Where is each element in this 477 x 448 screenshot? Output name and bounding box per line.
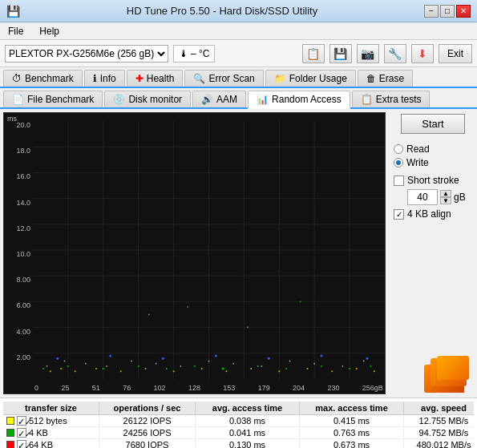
svg-point-37: [166, 368, 168, 369]
maximize-button[interactable]: □: [440, 5, 455, 18]
options-group: Short stroke ▲ ▼ gB 4 KB align: [394, 175, 472, 220]
svg-point-48: [215, 355, 217, 357]
tab-health[interactable]: ✚ Health: [127, 70, 184, 87]
svg-point-20: [75, 370, 76, 372]
info-icon: ℹ: [93, 73, 97, 84]
x-label-7: 179: [258, 384, 270, 392]
x-label-5: 128: [188, 384, 200, 392]
row-check-1[interactable]: ✓: [17, 428, 26, 438]
svg-point-27: [250, 368, 252, 369]
tab-random-access[interactable]: 📊 Random Access: [248, 91, 350, 109]
x-axis: 0 25 51 76 102 128 153 179 204 230 256gB: [33, 384, 385, 392]
toolbar-btn-4[interactable]: 🔧: [384, 44, 406, 63]
cell-max-access-0: 0.415 ms: [300, 415, 404, 426]
tab-disk-monitor[interactable]: 💿 Disk monitor: [104, 91, 191, 107]
start-button[interactable]: Start: [401, 114, 465, 134]
align-checkbox[interactable]: [394, 209, 404, 220]
cell-max-access-1: 0.763 ms: [300, 427, 404, 438]
y-label-3: 14.0: [4, 199, 33, 207]
temp-display: 🌡 – °C: [173, 45, 215, 63]
menu-bar: File Help: [0, 22, 477, 40]
tab-info[interactable]: ℹ Info: [84, 70, 125, 87]
y-label-4: 12.0: [4, 224, 33, 232]
y-axis: 20.0 18.0 16.0 14.0 12.0 10.0 8.00 6.00 …: [4, 121, 33, 379]
main-content: ms 20.0 18.0 16.0 14.0 12.0 10.0 8.00 6.…: [0, 109, 477, 398]
table-body: ✓ 512 bytes 26122 IOPS 0.038 ms 0.415 ms…: [3, 415, 474, 448]
cell-label-2: ✓ 64 KB: [3, 439, 99, 448]
row-check-2[interactable]: ✓: [17, 440, 26, 448]
toolbar-btn-1[interactable]: 📋: [302, 44, 325, 63]
menu-file[interactable]: File: [3, 25, 28, 38]
x-label-0: 0: [34, 384, 38, 392]
tab-error-scan[interactable]: 🔍 Error Scan: [184, 70, 263, 87]
svg-point-50: [320, 355, 322, 357]
erase-icon: 🗑: [366, 73, 376, 84]
svg-point-38: [194, 365, 196, 367]
data-table: transfer size operations / sec avg. acce…: [0, 398, 477, 448]
close-button[interactable]: ✕: [456, 5, 471, 18]
svg-point-59: [208, 360, 210, 361]
chart-svg: [33, 121, 385, 379]
y-label-6: 8.00: [4, 276, 33, 284]
tab-erase[interactable]: 🗑 Erase: [358, 70, 413, 87]
exit-button[interactable]: Exit: [439, 44, 472, 63]
tab-folder-usage[interactable]: 📁 Folder Usage: [265, 70, 356, 87]
svg-point-49: [268, 357, 270, 360]
cell-ops-1: 24256 IOPS: [99, 427, 196, 438]
write-radio[interactable]: [394, 158, 403, 167]
drive-select[interactable]: PLEXTOR PX-G256M6e (256 gB): [5, 45, 168, 63]
row-check-0[interactable]: ✓: [17, 416, 26, 426]
y-label-1: 18.0: [4, 147, 33, 155]
read-radio[interactable]: [394, 144, 403, 154]
svg-point-43: [349, 368, 350, 369]
row-color-2: [6, 441, 14, 448]
minimize-button[interactable]: −: [424, 5, 439, 18]
table-row-2: ✓ 64 KB 7680 IOPS 0.130 ms 0.673 ms 480.…: [3, 439, 474, 448]
toolbar-btn-5[interactable]: ⬇: [411, 44, 434, 63]
read-write-options: Read Write: [394, 143, 472, 168]
svg-point-22: [120, 370, 122, 372]
y-label-7: 6.00: [4, 301, 33, 309]
align-option[interactable]: 4 KB align: [394, 208, 472, 220]
stroke-value-input[interactable]: [407, 189, 438, 205]
tab-aam[interactable]: 🔊 AAM: [192, 91, 246, 107]
window-title: HD Tune Pro 5.50 - Hard Disk/SSD Utility: [20, 5, 424, 17]
col-avg-access: avg. access time: [196, 402, 300, 414]
cell-avg-speed-1: 94.752 MB/s: [404, 427, 477, 438]
menu-help[interactable]: Help: [34, 25, 64, 38]
x-label-6: 153: [223, 384, 235, 392]
tabs-row-2: 📄 File Benchmark 💿 Disk monitor 🔊 AAM 📊 …: [0, 88, 477, 109]
stroke-down-button[interactable]: ▼: [440, 197, 451, 204]
data-4kb: [42, 365, 371, 370]
svg-point-66: [148, 314, 150, 316]
tab-extra-tests[interactable]: 📋 Extra tests: [352, 91, 431, 107]
tab-file-benchmark[interactable]: 📄 File Benchmark: [3, 91, 103, 107]
svg-point-33: [42, 368, 44, 369]
write-option[interactable]: Write: [394, 157, 472, 168]
svg-point-68: [300, 301, 301, 302]
stroke-unit-label: gB: [454, 192, 466, 203]
svg-point-51: [366, 357, 369, 360]
svg-point-45: [56, 357, 59, 360]
random-access-icon: 📊: [257, 94, 269, 105]
y-label-2: 16.0: [4, 172, 33, 180]
data-512b: [50, 368, 375, 372]
logo-area: [394, 337, 472, 393]
svg-point-25: [201, 368, 203, 369]
aam-icon: 🔊: [201, 94, 213, 105]
read-option[interactable]: Read: [394, 143, 472, 155]
stroke-up-button[interactable]: ▲: [440, 190, 451, 197]
svg-point-55: [106, 365, 107, 367]
table-row-1: ✓ 4 KB 24256 IOPS 0.041 ms 0.763 ms 94.7…: [3, 427, 474, 439]
toolbar-btn-3[interactable]: 📷: [357, 44, 379, 63]
svg-point-35: [103, 368, 104, 369]
svg-point-42: [321, 365, 322, 367]
cell-label-0: ✓ 512 bytes: [3, 415, 99, 426]
svg-point-67: [247, 327, 249, 329]
toolbar-btn-2[interactable]: 💾: [329, 44, 352, 63]
svg-point-26: [225, 370, 227, 372]
short-stroke-option[interactable]: Short stroke: [394, 175, 472, 186]
tab-benchmark[interactable]: ⏱ Benchmark: [3, 70, 83, 87]
svg-point-28: [278, 370, 280, 372]
short-stroke-checkbox[interactable]: [394, 176, 404, 186]
